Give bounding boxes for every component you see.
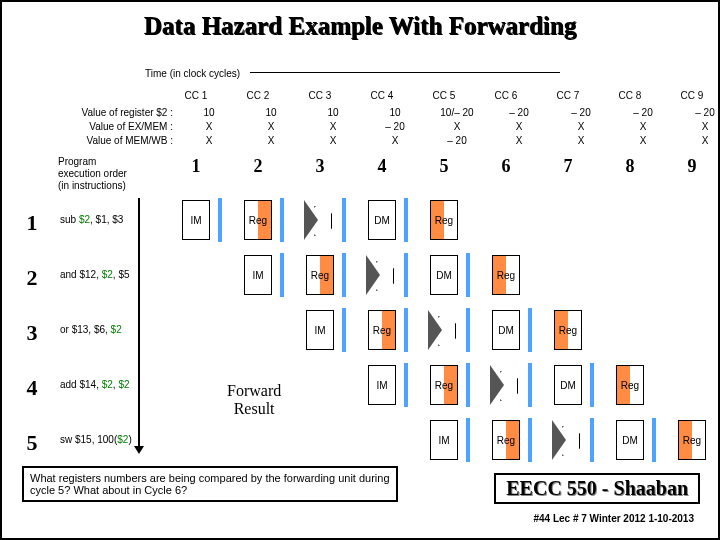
stage-dm: DM [368,200,396,240]
asm: or $13, $6, $2 [60,324,122,335]
stage-im: IM [244,255,272,295]
stage-alu [304,200,334,240]
course-banner: EECC 550 - Shaaban [494,473,700,504]
asm: sw $15, 100($2) [60,434,132,445]
latch-icon [466,308,470,352]
cc: CC 4 [351,90,413,101]
inst-cycle-row: 123 456 789 [165,156,720,177]
cc-headers: CC 1 CC 2 CC 3 CC 4 CC 5 CC 6 CC 7 CC 8 … [165,90,720,101]
latch-icon [652,418,656,462]
pipeline-row: 3 or $13, $6, $2 IM Reg DM Reg [22,302,708,357]
latch-icon [404,308,408,352]
stage-dm: DM [554,365,582,405]
row-num: 3 [22,320,42,346]
stage-wb: Reg [678,420,706,460]
stage-wb: Reg [616,365,644,405]
stage-alu [428,310,458,350]
stage-wb: Reg [430,200,458,240]
stage-alu [366,255,396,295]
latch-icon [404,363,408,407]
latch-icon [528,308,532,352]
row-num: 4 [22,375,42,401]
time-rule [250,72,560,73]
stage-im: IM [182,200,210,240]
lbl-r2: Value of register $2 : [48,106,173,120]
latch-icon [280,198,284,242]
latch-icon [342,198,346,242]
latch-icon [342,253,346,297]
row-num: 5 [22,430,42,456]
latch-icon [590,418,594,462]
stage-im: IM [306,310,334,350]
stage-reg: Reg [306,255,334,295]
pipeline-row: 1 sub $2, $1, $3 IM Reg DM Reg [22,192,708,247]
stage-im: IM [368,365,396,405]
cc: CC 9 [661,90,720,101]
stage-alu [552,420,582,460]
asm: sub $2, $1, $3 [60,214,123,225]
lbl-mem: Value of MEM/WB : [48,134,173,148]
stage-wb: Reg [554,310,582,350]
stage-reg: Reg [244,200,272,240]
cc: CC 2 [227,90,289,101]
latch-icon [404,198,408,242]
page-title: Data Hazard Example With Forwarding [2,12,718,40]
slide: Data Hazard Example With Forwarding Time… [0,0,720,540]
latch-icon [466,363,470,407]
stage-wb: Reg [492,255,520,295]
cc: CC 6 [475,90,537,101]
stage-im: IM [430,420,458,460]
pipeline-row: 2 and $12, $2, $5 IM Reg DM Reg [22,247,708,302]
time-label: Time (in clock cycles) [145,68,240,79]
cc: CC 1 [165,90,227,101]
question-box: What registers numbers are being compare… [22,466,398,502]
row-num: 2 [22,265,42,291]
latch-icon [590,363,594,407]
stage-dm: DM [492,310,520,350]
latch-icon [466,418,470,462]
stage-alu [490,365,520,405]
cc: CC 3 [289,90,351,101]
latch-icon [404,253,408,297]
trace-values: 10XX 10XX 10XX 10– 20X 10/– 20X– 20 – 20… [178,106,720,148]
footer: #44 Lec # 7 Winter 2012 1-10-2013 [533,513,694,524]
latch-icon [342,308,346,352]
stage-dm: DM [430,255,458,295]
pipeline-row: 4 add $14, $2, $2 IM Reg DM Reg [22,357,708,412]
forward-label: Forward Result [227,382,281,418]
pipeline-row: 5 sw $15, 100($2) IM Reg DM Reg [22,412,708,467]
cc: CC 8 [599,90,661,101]
stage-reg: Reg [430,365,458,405]
latch-icon [528,363,532,407]
asm: and $12, $2, $5 [60,269,130,280]
latch-icon [218,198,222,242]
latch-icon [528,418,532,462]
stage-reg: Reg [368,310,396,350]
latch-icon [466,253,470,297]
stage-dm: DM [616,420,644,460]
program-order-label: Program execution order (in instructions… [58,156,127,192]
latch-icon [280,253,284,297]
lbl-ex: Value of EX/MEM : [48,120,173,134]
stage-reg: Reg [492,420,520,460]
asm: add $14, $2, $2 [60,379,130,390]
trace-labels: Value of register $2 : Value of EX/MEM :… [48,106,173,148]
cc: CC 7 [537,90,599,101]
cc: CC 5 [413,90,475,101]
row-num: 1 [22,210,42,236]
